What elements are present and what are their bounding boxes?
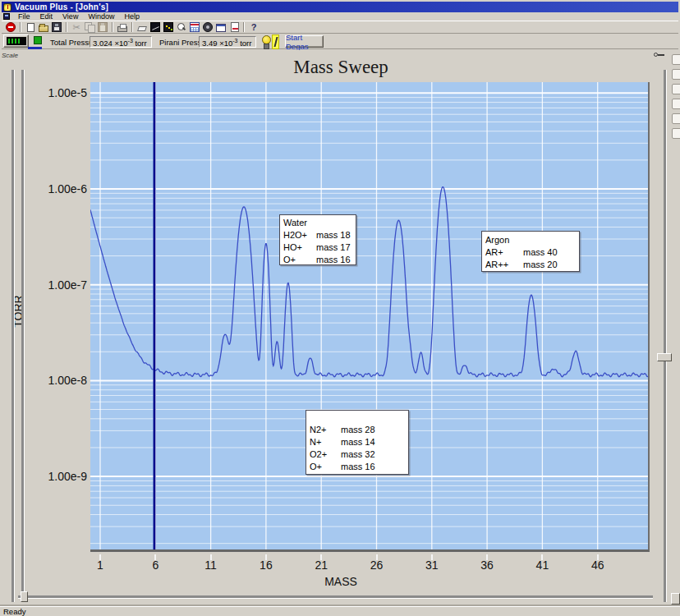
new-icon [27, 23, 34, 32]
stop-button[interactable] [4, 21, 17, 33]
cut-icon: ✂ [71, 22, 81, 32]
annotation-row: O+mass 16 [283, 254, 356, 266]
copy-button[interactable] [83, 21, 96, 33]
right-slider-track[interactable] [664, 70, 666, 602]
app-icon [3, 3, 11, 11]
open-button[interactable] [37, 21, 50, 33]
right-slider-thumb[interactable] [657, 353, 672, 361]
print-icon [117, 26, 127, 32]
menu-help[interactable]: Help [119, 12, 145, 21]
print-button[interactable] [116, 21, 129, 33]
side-button[interactable] [672, 113, 680, 124]
left-scale-track[interactable] [11, 70, 14, 602]
window-titlebar[interactable]: Vacuum Plus - [John's] [2, 2, 678, 12]
pressure-toolbar: Total Pressure 3.024 ×10-3 torr Pirani P… [2, 34, 678, 49]
annotation-row: AR++mass 20 [485, 259, 579, 271]
y-tick-label: 1.00e-6 [25, 182, 87, 195]
report-icon [231, 22, 239, 32]
annotation-row: O+mass 16 [310, 461, 408, 473]
menu-edit[interactable]: Edit [35, 12, 58, 21]
y-tick-label: 1.00e-9 [25, 470, 87, 483]
corner-resize-box[interactable] [671, 593, 680, 605]
dark1-icon [150, 22, 160, 32]
menu-view[interactable]: View [57, 12, 83, 21]
side-button[interactable] [672, 84, 680, 94]
annotation-water[interactable]: WaterH2O+mass 18HO+mass 17O+mass 16 [279, 214, 356, 265]
grid-button[interactable] [188, 21, 201, 33]
dark1-button[interactable] [149, 21, 162, 33]
side-button[interactable] [672, 99, 680, 109]
win-button[interactable] [214, 21, 227, 33]
menu-bar: File Edit View Window Help [2, 12, 678, 21]
annotation-row: O2+mass 32 [310, 448, 408, 461]
erase-icon [137, 26, 147, 31]
toolbar-separator [112, 22, 113, 32]
window-title: Vacuum Plus - [John's] [15, 2, 108, 11]
bottom-slider-track[interactable] [18, 595, 653, 598]
total-pressure-field: 3.024 ×10-3 torr [90, 36, 152, 48]
toolbar-separator [243, 22, 245, 32]
vacuum-plus-window: { "window": { "title": "Vacuum Plus - [J… [0, 0, 680, 616]
menu-file[interactable]: File [13, 12, 35, 21]
gauge-display-icon [7, 37, 26, 45]
toolbar-separator [20, 22, 21, 32]
annotation-row: N2+mass 28 [310, 424, 408, 436]
mass-sweep-plot[interactable] [90, 82, 650, 552]
help-icon: ? [249, 22, 259, 32]
paste-icon [98, 22, 108, 32]
x-tick-label: 41 [528, 559, 556, 572]
side-button[interactable] [672, 128, 680, 139]
degas-filament-icon[interactable] [272, 34, 279, 49]
cut-button[interactable]: ✂ [70, 21, 83, 33]
menu-window[interactable]: Window [83, 12, 119, 21]
save-button[interactable] [50, 21, 63, 33]
ion-gauge-led-icon[interactable] [34, 36, 42, 44]
annotation-nitrogen[interactable]: N2+mass 28N+mass 14O2+mass 32O+mass 16 [306, 410, 409, 475]
x-tick-label: 46 [584, 559, 612, 572]
x-axis-label: MASS [324, 575, 357, 588]
mass-sweep-trace [90, 187, 648, 377]
new-button[interactable] [24, 21, 37, 33]
start-degas-button[interactable]: Start Degas [285, 35, 324, 48]
annotation-row: N+mass 14 [310, 436, 408, 448]
ion-gauge-underline [28, 47, 42, 49]
bottom-slider-thumb[interactable] [21, 591, 28, 602]
gear-icon [203, 22, 213, 32]
mdi-child-icon[interactable] [3, 13, 10, 20]
annotation-argon[interactable]: ArgonAR+mass 40AR++mass 20 [481, 231, 580, 272]
status-text: Ready [3, 607, 25, 616]
filament-bulb-icon[interactable] [260, 35, 271, 48]
main-toolbar: ✂? [2, 21, 678, 34]
report-button[interactable] [227, 21, 241, 33]
y-tick-label: 1.00e-8 [25, 374, 87, 387]
annotation-row: H2O+mass 18 [283, 229, 356, 241]
y-tick-label: 1.00e-7 [25, 278, 87, 292]
dark2-icon [163, 22, 173, 32]
open-icon [39, 25, 48, 32]
zoom-icon [177, 22, 186, 32]
pirani-pressure-field: 3.49 ×10-3 torr [199, 36, 256, 48]
save-icon [52, 22, 62, 32]
win-icon [216, 24, 226, 32]
annotation-title: Argon [485, 234, 579, 246]
gauge-display-button[interactable] [3, 34, 29, 48]
erase-button[interactable] [136, 21, 149, 33]
x-tick-label: 21 [307, 559, 335, 572]
x-tick-label: 36 [473, 559, 501, 572]
zoom-button[interactable] [175, 21, 188, 33]
dark2-button[interactable] [162, 21, 175, 33]
paste-button[interactable] [96, 21, 109, 33]
annotation-title: Water [283, 217, 356, 229]
gear-button[interactable] [201, 21, 214, 33]
help-button[interactable]: ? [247, 21, 260, 33]
side-button[interactable] [672, 54, 680, 65]
left-scale-track-inner[interactable] [21, 70, 24, 602]
side-button[interactable] [672, 69, 680, 80]
stop-icon [6, 22, 16, 32]
y-tick-label: 1.00e-5 [25, 86, 87, 99]
key-icon[interactable] [654, 53, 658, 57]
x-tick-label: 26 [363, 559, 391, 572]
scale-label: Scale [2, 52, 18, 59]
toolbar-separator [131, 22, 133, 32]
x-tick-label: 16 [252, 559, 280, 572]
